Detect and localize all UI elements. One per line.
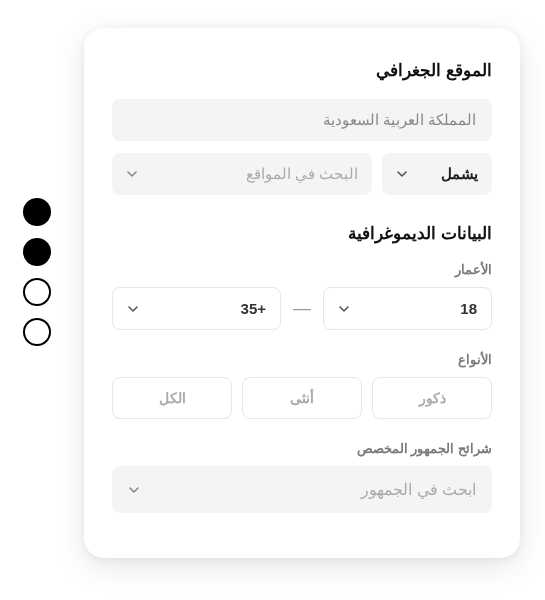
gender-female-button[interactable]: أنثى [242, 377, 362, 419]
audience-label: شرائح الجمهور المخصص [112, 441, 492, 456]
country-chip[interactable]: المملكة العربية السعودية [112, 99, 492, 141]
include-dropdown[interactable]: يشمل [382, 153, 492, 195]
indicator-dot-3[interactable] [23, 278, 51, 306]
chevron-down-icon [396, 168, 408, 180]
chevron-down-icon [126, 168, 138, 180]
gender-all-button[interactable]: الكل [112, 377, 232, 419]
age-max-select[interactable]: +35 [112, 287, 281, 330]
chevron-down-icon [128, 484, 140, 496]
audience-search-dropdown[interactable]: ابحث في الجمهور [112, 466, 492, 513]
age-max-value: +35 [241, 300, 266, 317]
indicator-dot-1[interactable] [23, 198, 51, 226]
location-search-placeholder: البحث في المواقع [246, 165, 358, 183]
demographics-section-title: البيانات الديموغرافية [112, 223, 492, 244]
audience-search-placeholder: ابحث في الجمهور [361, 480, 476, 499]
age-min-select[interactable]: 18 [323, 287, 492, 330]
age-range-row: 18 — +35 [112, 287, 492, 330]
include-label: يشمل [441, 165, 478, 183]
age-min-value: 18 [460, 300, 477, 317]
ages-label: الأعمار [112, 262, 492, 277]
targeting-card: الموقع الجغرافي المملكة العربية السعودية… [84, 28, 520, 558]
age-range-separator: — [293, 298, 311, 319]
carousel-indicators [23, 198, 51, 346]
location-controls-row: يشمل البحث في المواقع [112, 153, 492, 195]
chevron-down-icon [338, 303, 350, 315]
location-section-title: الموقع الجغرافي [112, 60, 492, 81]
gender-row: ذكور أنثى الكل [112, 377, 492, 419]
location-search-dropdown[interactable]: البحث في المواقع [112, 153, 372, 195]
indicator-dot-4[interactable] [23, 318, 51, 346]
genders-label: الأنواع [112, 352, 492, 367]
gender-male-button[interactable]: ذكور [372, 377, 492, 419]
chevron-down-icon [127, 303, 139, 315]
indicator-dot-2[interactable] [23, 238, 51, 266]
